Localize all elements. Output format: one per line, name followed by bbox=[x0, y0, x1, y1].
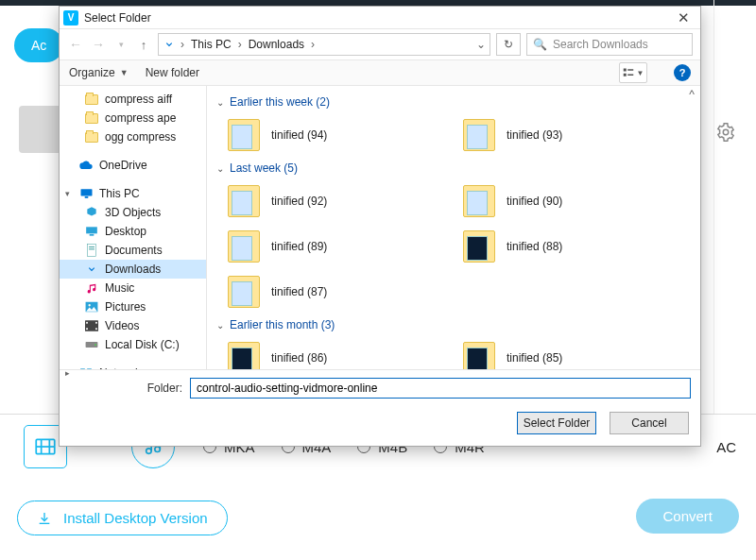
refresh-button[interactable]: ↻ bbox=[496, 33, 521, 56]
tree-videos[interactable]: Videos bbox=[60, 316, 206, 335]
tree-item-label: OneDrive bbox=[99, 159, 147, 172]
chevron-down-icon: ▼ bbox=[637, 69, 644, 77]
tree-3d-objects[interactable]: 3D Objects bbox=[60, 203, 206, 222]
tree-quick-compress-ape[interactable]: compress ape bbox=[60, 109, 206, 127]
scroll-up-icon[interactable]: ^ bbox=[685, 88, 698, 101]
select-folder-button[interactable]: Select Folder bbox=[517, 412, 596, 434]
folder-item[interactable]: tinified (89) bbox=[228, 224, 463, 269]
folder-grid: tinified (92)tinified (90)tinified (89)t… bbox=[209, 178, 698, 314]
film-icon bbox=[33, 434, 58, 459]
tree-thispc-icon bbox=[78, 187, 94, 200]
organize-label: Organize bbox=[69, 66, 115, 79]
view-options-button[interactable]: ▼ bbox=[619, 62, 647, 83]
downloads-location-icon bbox=[163, 38, 176, 51]
svg-rect-12 bbox=[84, 196, 88, 198]
breadcrumb-bar[interactable]: › This PC › Downloads › ⌄ bbox=[158, 33, 490, 56]
expand-icon[interactable]: ▸ bbox=[65, 368, 70, 369]
view-list-icon bbox=[623, 67, 634, 78]
tree-quick-compress-aiff[interactable]: compress aiff bbox=[60, 90, 206, 109]
nav-recent-dropdown[interactable]: ▾ bbox=[112, 40, 129, 49]
tree-desktop[interactable]: Desktop bbox=[60, 222, 206, 241]
folder-grid: tinified (94)tinified (93) bbox=[209, 112, 698, 158]
tree-item-label: ogg compress bbox=[105, 130, 176, 144]
breadcrumb-dropdown[interactable]: ⌄ bbox=[472, 38, 490, 51]
new-folder-button[interactable]: New folder bbox=[146, 66, 199, 79]
tree-pictures[interactable]: Pictures bbox=[60, 297, 206, 316]
expand-icon[interactable]: ▾ bbox=[65, 189, 70, 198]
folder-item[interactable]: tinified (86) bbox=[228, 335, 463, 369]
folder-item[interactable]: tinified (93) bbox=[463, 112, 698, 158]
close-button[interactable]: ✕ bbox=[666, 9, 700, 26]
tree-item-label: Documents bbox=[105, 244, 163, 257]
nav-back-button[interactable]: ← bbox=[67, 37, 84, 52]
nav-up-button[interactable]: ↑ bbox=[135, 38, 152, 52]
folder-name-input[interactable] bbox=[190, 378, 691, 399]
svg-rect-16 bbox=[89, 246, 94, 247]
add-button[interactable]: Ac bbox=[14, 28, 63, 62]
tree-local-disk-c--icon bbox=[84, 338, 99, 351]
folder-label: tinified (92) bbox=[271, 195, 327, 208]
tree-music[interactable]: Music bbox=[60, 279, 206, 297]
tree-downloads[interactable]: Downloads bbox=[60, 260, 206, 279]
svg-rect-27 bbox=[80, 368, 85, 369]
tree-videos-icon bbox=[84, 319, 99, 332]
tree-music-icon bbox=[84, 281, 99, 295]
folder-icon bbox=[228, 342, 260, 369]
folder-item[interactable]: tinified (92) bbox=[228, 178, 463, 224]
tree-thispc[interactable]: ▾This PC bbox=[60, 184, 206, 203]
chevron-right-icon: › bbox=[180, 38, 185, 51]
breadcrumb-item[interactable]: This PC bbox=[187, 38, 235, 51]
file-pane[interactable]: ^ ⌄Earlier this week (2)tinified (94)tin… bbox=[207, 86, 700, 369]
dialog-title: Select Folder bbox=[84, 11, 666, 25]
search-box[interactable]: 🔍 bbox=[526, 33, 693, 56]
svg-rect-15 bbox=[87, 245, 95, 257]
install-desktop-button[interactable]: Install Desktop Version bbox=[17, 501, 228, 535]
folder-item[interactable]: tinified (85) bbox=[463, 335, 698, 369]
nav-tree: compress aiffcompress apeogg compressOne… bbox=[60, 86, 207, 369]
convert-button[interactable]: Convert bbox=[636, 499, 739, 534]
svg-rect-21 bbox=[86, 322, 88, 324]
chevron-down-icon: ▼ bbox=[120, 68, 129, 77]
svg-rect-24 bbox=[95, 328, 97, 330]
folder-item[interactable]: tinified (94) bbox=[228, 112, 463, 158]
svg-rect-23 bbox=[95, 322, 97, 324]
tree-documents-icon bbox=[84, 244, 99, 257]
folder-label: tinified (90) bbox=[507, 195, 562, 208]
folder-label: tinified (93) bbox=[507, 128, 562, 142]
group-header[interactable]: ⌄Last week (5) bbox=[209, 158, 698, 178]
tree-quick-compress-aiff-icon bbox=[84, 93, 99, 106]
format-label-right: AC bbox=[716, 439, 736, 455]
folder-item[interactable]: tinified (90) bbox=[463, 178, 698, 224]
tree-item-label: Videos bbox=[105, 319, 139, 332]
tree-network[interactable]: ▸Network bbox=[60, 364, 206, 369]
help-button[interactable]: ? bbox=[674, 64, 691, 81]
group-header[interactable]: ⌄Earlier this week (2) bbox=[209, 92, 698, 112]
folder-item[interactable]: tinified (88) bbox=[463, 224, 698, 269]
tree-local-disk-c-[interactable]: Local Disk (C:) bbox=[60, 335, 206, 354]
tree-quick-ogg-compress[interactable]: ogg compress bbox=[60, 127, 206, 146]
folder-field-label: Folder: bbox=[69, 382, 182, 395]
folder-icon bbox=[463, 230, 495, 263]
nav-forward-button[interactable]: → bbox=[90, 37, 107, 52]
svg-point-19 bbox=[89, 304, 91, 306]
tree-downloads-icon bbox=[84, 263, 99, 276]
folder-label: tinified (89) bbox=[271, 240, 327, 253]
tree-pictures-icon bbox=[84, 300, 99, 314]
svg-rect-28 bbox=[87, 368, 92, 369]
group-title: Last week (5) bbox=[230, 161, 298, 175]
tree-documents[interactable]: Documents bbox=[60, 241, 206, 260]
svg-rect-14 bbox=[90, 234, 94, 236]
download-icon bbox=[37, 511, 52, 526]
breadcrumb-item[interactable]: Downloads bbox=[245, 38, 308, 51]
tree-onedrive[interactable]: OneDrive bbox=[60, 156, 206, 175]
settings-button[interactable] bbox=[713, 119, 739, 145]
folder-icon bbox=[228, 276, 260, 308]
cancel-button[interactable]: Cancel bbox=[610, 412, 689, 434]
svg-point-26 bbox=[94, 344, 96, 346]
svg-rect-7 bbox=[623, 69, 626, 72]
search-input[interactable] bbox=[553, 38, 686, 51]
svg-rect-13 bbox=[86, 227, 97, 233]
group-header[interactable]: ⌄Earlier this month (3) bbox=[209, 314, 698, 335]
organize-menu[interactable]: Organize ▼ bbox=[69, 66, 129, 79]
folder-item[interactable]: tinified (87) bbox=[228, 269, 463, 314]
